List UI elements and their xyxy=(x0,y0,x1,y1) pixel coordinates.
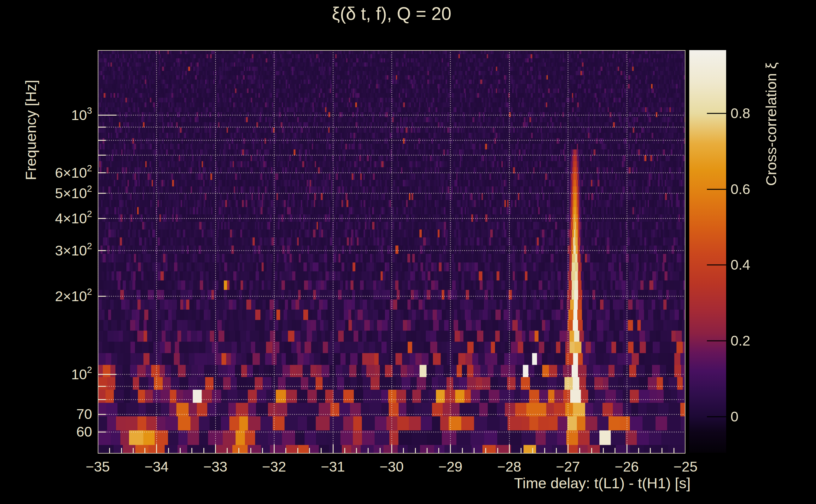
x-tick-label: −26 xyxy=(615,459,639,475)
colorbar-tick-label: 0.8 xyxy=(731,105,750,122)
colorbar-tick-label: 0.6 xyxy=(731,181,750,198)
x-axis-title: Time delay: t(L1) - t(H1) [s] xyxy=(410,474,691,492)
colorbar-tick-label: 0.4 xyxy=(731,257,750,273)
heatmap-canvas xyxy=(98,50,686,454)
y-tick-label: 2×102 xyxy=(55,288,92,305)
y-tick-label: 103 xyxy=(71,106,92,123)
x-tick-label: −29 xyxy=(438,459,462,475)
x-tick-label: −28 xyxy=(497,459,521,475)
colorbar-title: Cross-correlation ξ xyxy=(762,49,780,186)
x-tick-label: −27 xyxy=(556,459,580,475)
y-tick-label: 6×102 xyxy=(55,164,92,181)
y-tick-label: 5×102 xyxy=(55,185,92,201)
x-tick-label: −33 xyxy=(203,459,227,475)
colorbar-gradient xyxy=(689,50,726,453)
figure-title: ξ(δ t, f), Q = 20 xyxy=(98,3,686,24)
y-axis-tick-labels: 1036×1025×1024×1023×1022×1021027060 xyxy=(13,0,92,504)
x-tick-label: −25 xyxy=(674,459,698,475)
y-tick-label: 102 xyxy=(71,366,92,382)
figure: ξ(δ t, f), Q = 20 Frequency [Hz] 1036×10… xyxy=(0,0,816,504)
y-tick-label: 70 xyxy=(76,406,92,422)
x-tick-label: −30 xyxy=(380,459,404,475)
x-tick-label: −32 xyxy=(262,459,286,475)
y-tick-label: 60 xyxy=(76,424,92,440)
colorbar-tick-label: 0.2 xyxy=(731,333,750,349)
colorbar xyxy=(689,50,726,453)
y-tick-label: 3×102 xyxy=(55,242,92,259)
colorbar-tick-label: 0 xyxy=(731,409,738,425)
x-tick-label: −34 xyxy=(144,459,168,475)
y-tick-label: 4×102 xyxy=(55,210,92,226)
x-tick-label: −35 xyxy=(86,459,110,475)
x-tick-label: −31 xyxy=(321,459,345,475)
x-axis-tick-labels: −35−34−33−32−31−30−29−28−27−26−25 xyxy=(0,459,816,478)
